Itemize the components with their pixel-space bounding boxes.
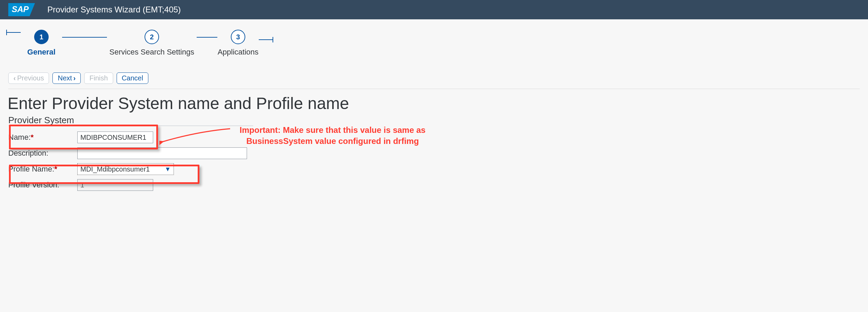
chevron-down-icon: ▼ — [165, 166, 171, 173]
wizard-toolbar: ‹ Previous Next › Finish Cancel — [8, 68, 860, 89]
previous-label: Previous — [17, 74, 44, 82]
profile-name-dropdown[interactable]: MDI_Mdibpconsumer1 ▼ — [77, 163, 174, 175]
cancel-label: Cancel — [122, 74, 143, 82]
wizard-step-general[interactable]: 1 General — [21, 30, 62, 57]
profile-version-label: Profile Version: — [8, 177, 77, 193]
wizard-step-number: 3 — [231, 30, 245, 44]
description-label: Description: — [8, 145, 77, 161]
wizard-step-applications[interactable]: 3 Applications — [217, 30, 259, 57]
description-input[interactable] — [77, 147, 247, 159]
name-label: Name:* — [8, 129, 77, 145]
finish-button: Finish — [84, 72, 113, 84]
previous-button: ‹ Previous — [8, 72, 49, 84]
section-title: Provider System — [8, 115, 253, 126]
chevron-left-icon: ‹ — [13, 74, 16, 82]
annotation-line2: BusinessSystem value configured in drfim… — [229, 136, 436, 147]
profile-name-label: Profile Name:* — [8, 161, 77, 177]
next-button[interactable]: Next › — [52, 72, 81, 84]
profile-version-value: 1 — [77, 179, 153, 191]
wizard-step-number: 2 — [145, 30, 159, 44]
cancel-button[interactable]: Cancel — [117, 72, 148, 84]
provider-system-form: Important: Make sure that this value is … — [8, 129, 860, 193]
sap-logo: SAP — [8, 3, 35, 16]
profile-name-value: MDI_Mdibpconsumer1 — [80, 165, 150, 173]
wizard-progress: 1 General 2 Services Search Settings 3 A… — [6, 19, 860, 66]
page-title: Enter Provider System name and Profile n… — [8, 94, 860, 113]
finish-label: Finish — [89, 74, 108, 82]
app-header: SAP Provider Systems Wizard (EMT;405) — [0, 0, 868, 19]
annotation-text: Important: Make sure that this value is … — [229, 125, 436, 147]
next-label: Next — [58, 74, 72, 82]
chevron-right-icon: › — [73, 74, 76, 82]
header-title: Provider Systems Wizard (EMT;405) — [47, 5, 181, 14]
wizard-step-label: Applications — [218, 48, 259, 57]
name-input[interactable] — [77, 131, 153, 143]
wizard-step-services[interactable]: 2 Services Search Settings — [107, 30, 197, 57]
wizard-step-number: 1 — [34, 30, 49, 44]
wizard-step-label: Services Search Settings — [109, 48, 194, 57]
annotation-line1: Important: Make sure that this value is … — [229, 125, 436, 136]
wizard-step-label: General — [27, 48, 56, 57]
